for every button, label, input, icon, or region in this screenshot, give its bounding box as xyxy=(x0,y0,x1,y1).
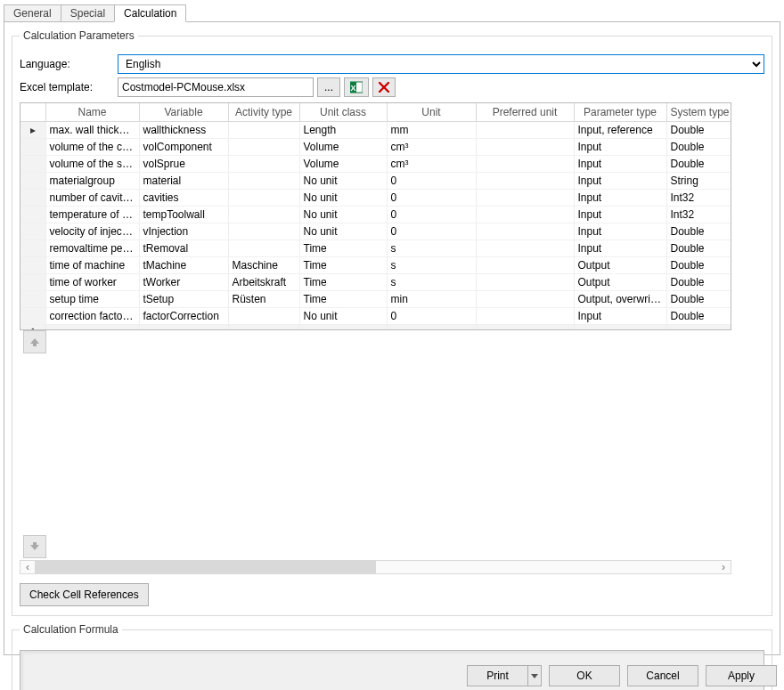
table-new-row[interactable]: ✱ xyxy=(20,324,731,330)
table-cell[interactable]: number of caviti… xyxy=(45,189,139,206)
table-cell[interactable]: Output, overwrit… xyxy=(574,290,666,307)
table-cell[interactable] xyxy=(228,189,299,206)
table-cell[interactable]: Input xyxy=(574,307,666,324)
table-cell[interactable] xyxy=(228,138,299,155)
browse-button[interactable]: ... xyxy=(317,77,340,97)
cancel-button[interactable]: Cancel xyxy=(627,665,698,686)
row-header[interactable] xyxy=(20,273,45,290)
table-cell[interactable]: wallthickness xyxy=(139,121,228,138)
table-cell[interactable]: Input xyxy=(574,239,666,256)
table-row[interactable]: materialgroupmaterialNo unit0InputString xyxy=(20,172,731,189)
grid-move-down-button[interactable] xyxy=(23,535,46,558)
table-cell[interactable]: temperature of t… xyxy=(45,206,139,223)
table-row[interactable]: volume of the co…volComponentVolumecm³In… xyxy=(20,138,731,155)
table-cell[interactable]: Time xyxy=(299,256,387,273)
table-cell[interactable]: Double xyxy=(666,256,731,273)
table-cell[interactable]: Double xyxy=(666,239,731,256)
table-cell[interactable]: setup time xyxy=(45,290,139,307)
table-cell[interactable]: vInjection xyxy=(139,223,228,239)
table-cell[interactable] xyxy=(476,172,574,189)
table-cell[interactable]: Input, reference xyxy=(574,121,666,138)
table-cell[interactable]: No unit xyxy=(299,223,387,239)
table-cell[interactable]: materialgroup xyxy=(45,172,139,189)
table-cell[interactable]: volComponent xyxy=(139,138,228,155)
table-cell[interactable]: No unit xyxy=(299,307,387,324)
scroll-right-icon[interactable]: › xyxy=(716,561,731,573)
table-cell[interactable]: Int32 xyxy=(666,189,731,206)
ok-button[interactable]: OK xyxy=(549,665,620,686)
table-cell[interactable]: Input xyxy=(574,138,666,155)
row-header[interactable] xyxy=(20,290,45,307)
table-cell[interactable]: Double xyxy=(666,155,731,172)
column-header[interactable] xyxy=(20,103,45,121)
check-cell-references-button[interactable]: Check Cell References xyxy=(20,583,149,606)
table-cell[interactable]: Arbeitskraft xyxy=(228,273,299,290)
tab-calculation[interactable]: Calculation xyxy=(114,4,186,22)
table-cell[interactable]: Input xyxy=(574,172,666,189)
column-header[interactable]: Activity type xyxy=(228,103,299,121)
row-header[interactable] xyxy=(20,172,45,189)
table-cell[interactable]: tMachine xyxy=(139,256,228,273)
print-dropdown-button[interactable] xyxy=(527,665,542,686)
table-cell[interactable]: Volume xyxy=(299,155,387,172)
table-cell[interactable]: Maschine xyxy=(228,256,299,273)
table-cell[interactable] xyxy=(476,138,574,155)
open-excel-button[interactable]: X xyxy=(344,77,369,97)
table-cell[interactable] xyxy=(476,290,574,307)
table-row[interactable]: setup timetSetupRüstenTimeminOutput, ove… xyxy=(20,290,731,307)
table-cell[interactable]: Time xyxy=(299,290,387,307)
column-header[interactable]: Unit class xyxy=(299,103,387,121)
table-cell[interactable]: Time xyxy=(299,273,387,290)
table-row[interactable]: removaltime per…tRemovalTimesInputDouble xyxy=(20,239,731,256)
table-cell[interactable]: Double xyxy=(666,121,731,138)
table-cell[interactable]: cm³ xyxy=(387,155,476,172)
table-cell[interactable]: 0 xyxy=(387,172,476,189)
table-cell[interactable]: No unit xyxy=(299,206,387,223)
table-cell[interactable] xyxy=(476,206,574,223)
table-cell[interactable]: tempToolwall xyxy=(139,206,228,223)
table-cell[interactable] xyxy=(476,121,574,138)
table-cell[interactable]: 0 xyxy=(387,223,476,239)
table-cell[interactable]: String xyxy=(666,172,731,189)
table-cell[interactable]: time of machine xyxy=(45,256,139,273)
table-cell[interactable] xyxy=(228,307,299,324)
scroll-left-icon[interactable]: ‹ xyxy=(20,561,35,573)
table-cell[interactable] xyxy=(476,223,574,239)
table-cell[interactable] xyxy=(476,239,574,256)
table-cell[interactable]: volume of the sp… xyxy=(45,155,139,172)
table-cell[interactable]: Output xyxy=(574,273,666,290)
row-header[interactable]: ▸ xyxy=(20,121,45,138)
table-row[interactable]: number of caviti…cavitiesNo unit0InputIn… xyxy=(20,189,731,206)
table-cell[interactable] xyxy=(476,273,574,290)
table-row[interactable]: temperature of t…tempToolwallNo unit0Inp… xyxy=(20,206,731,223)
row-header[interactable] xyxy=(20,189,45,206)
row-header[interactable] xyxy=(20,307,45,324)
column-header[interactable]: Name xyxy=(45,103,139,121)
table-cell[interactable]: factorCorrection xyxy=(139,307,228,324)
table-cell[interactable]: correction factor… xyxy=(45,307,139,324)
table-cell[interactable]: Input xyxy=(574,189,666,206)
table-row[interactable]: correction factor…factorCorrectionNo uni… xyxy=(20,307,731,324)
table-cell[interactable]: tRemoval xyxy=(139,239,228,256)
table-cell[interactable]: Int32 xyxy=(666,206,731,223)
table-cell[interactable]: Double xyxy=(666,290,731,307)
table-cell[interactable]: s xyxy=(387,239,476,256)
table-cell[interactable]: s xyxy=(387,256,476,273)
table-cell[interactable] xyxy=(228,172,299,189)
table-cell[interactable]: Input xyxy=(574,206,666,223)
row-header[interactable] xyxy=(20,138,45,155)
language-select[interactable]: English xyxy=(118,54,764,74)
grid-move-up-button[interactable] xyxy=(23,330,46,353)
tab-general[interactable]: General xyxy=(4,4,61,22)
row-header[interactable] xyxy=(20,155,45,172)
table-cell[interactable]: cm³ xyxy=(387,138,476,155)
column-header[interactable]: System type xyxy=(666,103,731,121)
table-cell[interactable]: No unit xyxy=(299,189,387,206)
table-cell[interactable]: time of worker xyxy=(45,273,139,290)
print-split-button[interactable]: Print xyxy=(467,665,542,686)
table-cell[interactable] xyxy=(228,239,299,256)
table-cell[interactable]: Output xyxy=(574,256,666,273)
table-cell[interactable]: Volume xyxy=(299,138,387,155)
table-cell[interactable]: Time xyxy=(299,239,387,256)
table-cell[interactable]: Double xyxy=(666,273,731,290)
